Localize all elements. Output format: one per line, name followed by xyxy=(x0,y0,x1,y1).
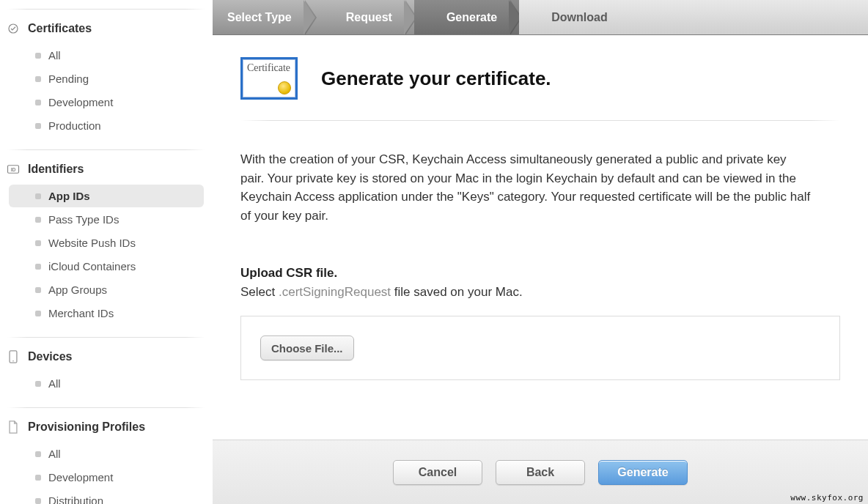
sidebar-item-icloud-containers[interactable]: iCloud Containers xyxy=(9,255,204,278)
sidebar-item-pass-type-ids[interactable]: Pass Type IDs xyxy=(9,208,204,231)
step-label: Select Type xyxy=(227,11,292,24)
certificate-icon: Certificate xyxy=(240,57,298,100)
document-icon xyxy=(6,420,21,434)
cancel-button[interactable]: Cancel xyxy=(393,460,482,485)
upload-sub-ext: .certSigningRequest xyxy=(279,285,391,299)
content: Certificate Generate your certificate. W… xyxy=(213,35,868,440)
upload-subtext: Select .certSigningRequest file saved on… xyxy=(240,285,840,300)
step-request[interactable]: Request xyxy=(314,0,414,34)
bullet-icon xyxy=(35,475,41,481)
seal-icon xyxy=(278,81,291,94)
sidebar-item-label: All xyxy=(48,377,196,390)
sidebar-item-cert-pending[interactable]: Pending xyxy=(9,67,204,90)
sidebar-header-provisioning[interactable]: Provisioning Profiles xyxy=(0,414,213,439)
wizard-steps: Select Type Request Generate Download xyxy=(213,0,868,35)
sidebar-item-label: Merchant IDs xyxy=(48,307,196,319)
footer: Cancel Back Generate www.skyfox.org xyxy=(213,440,868,504)
sidebar-header-label: Devices xyxy=(28,350,73,363)
sidebar-section-certificates: Certificates All Pending Development Pro… xyxy=(0,15,213,144)
sidebar-item-label: Distribution xyxy=(48,494,196,504)
step-label: Generate xyxy=(446,11,497,24)
step-label: Download xyxy=(551,11,607,24)
generate-button[interactable]: Generate xyxy=(598,460,688,485)
bullet-icon xyxy=(35,76,41,82)
sidebar-header-certificates[interactable]: Certificates xyxy=(0,15,213,40)
sidebar-item-label: App IDs xyxy=(48,190,196,202)
upload-zone: Choose File... xyxy=(240,316,840,380)
sidebar-header-label: Identifiers xyxy=(28,163,84,176)
sidebar-header-devices[interactable]: Devices xyxy=(0,344,213,368)
sidebar-item-label: iCloud Containers xyxy=(48,260,196,273)
bullet-icon xyxy=(35,217,41,223)
sidebar-item-prov-all[interactable]: All xyxy=(9,442,204,465)
sidebar-item-prov-development[interactable]: Development xyxy=(9,466,204,489)
step-select-type[interactable]: Select Type xyxy=(213,0,314,34)
sidebar-item-prov-distribution[interactable]: Distribution xyxy=(9,489,204,504)
hero: Certificate Generate your certificate. xyxy=(240,57,840,100)
sidebar-item-website-push-ids[interactable]: Website Push IDs xyxy=(9,231,204,254)
bullet-icon xyxy=(35,193,41,199)
upload-sub-suffix: file saved on your Mac. xyxy=(391,285,523,299)
bullet-icon xyxy=(35,311,41,316)
seal-check-icon xyxy=(6,21,21,36)
id-badge-icon: ID xyxy=(6,162,21,177)
main: Select Type Request Generate Download Ce… xyxy=(213,0,868,504)
sidebar-section-identifiers: ID Identifiers App IDs Pass Type IDs Web… xyxy=(0,156,213,331)
sidebar-item-label: Website Push IDs xyxy=(48,237,196,249)
sidebar-item-label: Pending xyxy=(48,73,196,85)
sidebar-item-label: Development xyxy=(48,96,196,108)
divider xyxy=(240,120,840,121)
sidebar-item-label: All xyxy=(48,448,196,460)
sidebar-item-label: Pass Type IDs xyxy=(48,213,196,226)
certificate-thumb-text: Certificate xyxy=(243,59,295,77)
sidebar-item-cert-production[interactable]: Production xyxy=(9,114,204,137)
sidebar-item-app-groups[interactable]: App Groups xyxy=(9,278,204,301)
step-download: Download xyxy=(519,0,868,34)
svg-point-4 xyxy=(12,360,14,362)
sidebar-header-label: Provisioning Profiles xyxy=(28,420,145,434)
sidebar-item-cert-development[interactable]: Development xyxy=(9,91,204,114)
svg-text:ID: ID xyxy=(11,167,16,172)
bullet-icon xyxy=(35,381,41,387)
sidebar-item-devices-all[interactable]: All xyxy=(9,372,204,395)
sidebar-section-provisioning: Provisioning Profiles All Development Di… xyxy=(0,414,213,504)
upload-heading: Upload CSR file. xyxy=(240,266,840,281)
bullet-icon xyxy=(35,287,41,293)
choose-file-button[interactable]: Choose File... xyxy=(260,336,354,360)
step-label: Request xyxy=(346,11,392,24)
sidebar: Certificates All Pending Development Pro… xyxy=(0,0,213,504)
sidebar-item-cert-all[interactable]: All xyxy=(9,44,204,67)
bullet-icon xyxy=(35,100,41,105)
bullet-icon xyxy=(35,240,41,246)
bullet-icon xyxy=(35,451,41,457)
bullet-icon xyxy=(35,53,41,59)
bullet-icon xyxy=(35,264,41,270)
back-button[interactable]: Back xyxy=(496,460,585,485)
sidebar-item-merchant-ids[interactable]: Merchant IDs xyxy=(9,302,204,325)
page-title: Generate your certificate. xyxy=(321,67,551,90)
bullet-icon xyxy=(35,498,41,504)
sidebar-header-label: Certificates xyxy=(28,22,92,35)
body-paragraph: With the creation of your CSR, Keychain … xyxy=(240,150,812,225)
sidebar-item-label: All xyxy=(48,49,196,62)
sidebar-item-label: Production xyxy=(48,119,196,132)
sidebar-section-devices: Devices All xyxy=(0,344,213,401)
sidebar-item-app-ids[interactable]: App IDs xyxy=(9,185,204,207)
sidebar-item-label: App Groups xyxy=(48,284,196,296)
step-generate[interactable]: Generate xyxy=(414,0,519,34)
device-icon xyxy=(6,349,21,364)
watermark: www.skyfox.org xyxy=(790,493,864,503)
sidebar-item-label: Development xyxy=(48,471,196,483)
bullet-icon xyxy=(35,123,41,129)
upload-sub-prefix: Select xyxy=(240,285,279,299)
sidebar-header-identifiers[interactable]: ID Identifiers xyxy=(0,156,213,181)
